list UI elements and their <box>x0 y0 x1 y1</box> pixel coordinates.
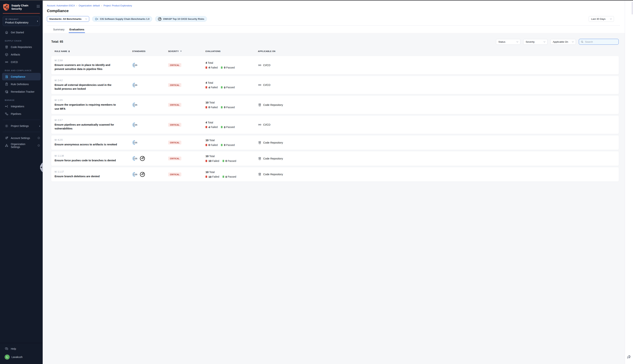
sidebar-item-pipelines[interactable]: Pipelines <box>0 110 43 118</box>
standards-cell: CIS <box>129 62 165 68</box>
sidebar-item-project-settings[interactable]: Project Settings › <box>0 122 43 130</box>
sidebar-item-rule-definitions[interactable]: Rule Definitions <box>0 80 43 88</box>
cis-logo: CIS <box>132 140 138 146</box>
column-severity: SEVERITY <box>165 50 202 52</box>
sidebar-item-account-settings[interactable]: Account Settings <box>0 134 43 142</box>
sidebar-item-artifacts[interactable]: Artifacts <box>0 51 43 58</box>
sort-icon[interactable] <box>68 50 70 52</box>
sidebar-item-compliance[interactable]: Compliance <box>2 73 41 80</box>
evaluations-cell: 4 Total 4 Failed 0 Passed <box>202 121 254 129</box>
svg-text:CIS: CIS <box>134 104 137 106</box>
standards-select-value: Standards: All Benchmarks <box>49 18 82 20</box>
rule-name: Ensure pipelines are automatically scann… <box>54 123 129 131</box>
table-row[interactable]: Id: 4.2.5 Ensure anonymous access to art… <box>51 136 316 150</box>
chip-label: OWASP Top 10 CI/CD Security Risks <box>163 18 204 20</box>
severity-badge: CRITICAL <box>168 123 181 127</box>
layers-gear-icon <box>5 136 8 140</box>
sidebar-item-get-started[interactable]: Get Started <box>0 28 43 36</box>
passed-marker <box>222 176 224 178</box>
owasp-logo <box>158 17 162 21</box>
chip-cis-benchmarks[interactable]: CIS CIS Software Supply Chain Benchmarks… <box>92 16 152 22</box>
info-icon[interactable] <box>37 144 40 147</box>
severity-badge: CRITICAL <box>168 140 181 144</box>
app-grid-icon[interactable] <box>37 5 40 8</box>
breadcrumb: Account: Automation-SSCA › Organization:… <box>47 4 316 7</box>
project-cube-icon <box>5 18 8 20</box>
evaluations-panel: Total: 65 Status Severity Applicable On <box>43 33 316 182</box>
sort-desc-icon[interactable] <box>180 51 182 52</box>
table-row[interactable]: Id: 2.3.8 Ensure scanners are in place t… <box>51 56 316 74</box>
sidebar: Supply Chain Security PROJECT Product Ex… <box>0 0 43 182</box>
failed-marker <box>206 66 207 69</box>
info-icon[interactable] <box>37 136 40 139</box>
standards-cell: CIS <box>129 140 165 146</box>
rule-name: Ensure branch deletions are denied <box>54 174 129 178</box>
sidebar-item-cicd[interactable]: CI/CD <box>0 58 43 66</box>
collapse-arrow-icon <box>41 166 42 168</box>
pipelines-icon <box>5 112 8 116</box>
tabs: Summary Evaluations <box>43 26 316 33</box>
standards-filter-row: Standards: All Benchmarks CIS CIS Softwa… <box>47 16 316 22</box>
rule-id: Id: 1.1.16 <box>54 154 129 157</box>
column-standards: STANDARDS <box>129 50 165 52</box>
sidebar-item-integrations[interactable]: Integrations <box>0 102 43 110</box>
sidebar-item-organization-settings[interactable]: Organization Settings <box>0 142 43 149</box>
main-content: Account: Automation-SSCA › Organization:… <box>43 0 316 182</box>
divider <box>3 132 40 132</box>
applicable-label: Code Repository <box>263 157 283 160</box>
owasp-logo <box>140 156 145 161</box>
cis-logo: CIS <box>95 17 98 21</box>
project-label: PROJECT <box>8 18 19 20</box>
table-header: RULE NAME STANDARDS SEVERITY EVALUATIONS… <box>51 50 316 52</box>
cis-logo: CIS <box>132 172 138 177</box>
standards-select[interactable]: Standards: All Benchmarks <box>47 16 89 22</box>
tab-summary[interactable]: Summary <box>53 28 64 33</box>
column-rule-name: RULE NAME <box>51 50 129 52</box>
project-selector[interactable]: PROJECT Product Exploratory › <box>3 16 40 26</box>
applicable-on-cell: CI/CD <box>254 83 316 87</box>
passed-marker <box>221 86 222 88</box>
table-row[interactable]: Id: 1.1.16 Ensure force pushes code to b… <box>51 152 316 166</box>
failed-marker <box>206 176 207 178</box>
table-row[interactable]: Id: 2.3.7 Ensure pipelines are automatic… <box>51 116 316 134</box>
sidebar-item-label: Project Settings <box>11 124 29 128</box>
cis-logo: CIS <box>132 122 138 128</box>
section-label-supply-chain: SUPPLY CHAIN <box>5 40 40 42</box>
window-top-strip <box>0 0 316 0</box>
chevron-separator-icon: › <box>76 4 77 7</box>
breadcrumb-organization[interactable]: Organization: default <box>78 4 100 7</box>
sidebar-item-remediation-tracker[interactable]: Remediation Tracker <box>0 88 43 96</box>
passed-marker <box>221 126 222 128</box>
failed-marker <box>206 106 207 108</box>
table-row[interactable]: Id: 2.4.2 Ensure all external dependenci… <box>51 76 316 94</box>
applicable-on-cell: CI/CD <box>254 123 316 126</box>
table-row[interactable]: Id: 1.1.17 Ensure branch deletions are d… <box>51 167 316 182</box>
applicable-on-cell: Code Repository <box>254 157 316 160</box>
svg-text:CIS: CIS <box>134 124 137 126</box>
breadcrumb-project[interactable]: Project: Product Exploratory <box>104 4 132 7</box>
svg-text:CIS: CIS <box>134 142 137 144</box>
applicable-on-cell: Code Repository <box>254 172 316 176</box>
severity-badge: CRITICAL <box>168 83 181 87</box>
total-count: Total: 65 <box>51 40 63 44</box>
svg-text:CIS: CIS <box>134 158 137 160</box>
evaluations-cell: 10 Total 10 Failed 0 Passed <box>202 170 254 178</box>
sidebar-item-label: Remediation Tracker <box>11 90 34 93</box>
chip-owasp-top10[interactable]: OWASP Top 10 CI/CD Security Risks <box>155 16 207 22</box>
integrations-icon <box>5 104 8 108</box>
code-repository-icon <box>5 45 8 49</box>
table-row[interactable]: Id: 1.3.5 Ensure the organization is req… <box>51 96 316 114</box>
applicable-label: CI/CD <box>263 123 270 126</box>
standards-cell: CIS <box>129 156 165 161</box>
cis-logo: CIS <box>132 102 138 108</box>
sidebar-item-code-repositories[interactable]: Code Repositories <box>0 43 43 51</box>
applicable-label: Code Repository <box>263 104 283 106</box>
rule-id: Id: 2.3.8 <box>54 59 129 62</box>
section-label-risk-compliance: RISK AND COMPLIANCE <box>5 70 40 72</box>
evaluations-cell: 10 Total 10 Failed 0 Passed <box>202 154 254 162</box>
applicable-icon <box>258 157 262 160</box>
tab-evaluations[interactable]: Evaluations <box>70 28 84 33</box>
rule-name: Ensure anonymous access to artifacts is … <box>54 143 129 147</box>
breadcrumb-account[interactable]: Account: Automation-SSCA <box>47 4 75 7</box>
owasp-logo <box>140 172 145 177</box>
